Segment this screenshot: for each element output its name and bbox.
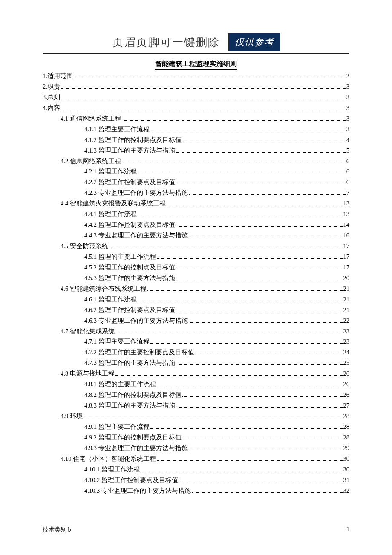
toc-entry[interactable]: 4.7.3 监理工作的主要方法与措施25	[43, 358, 349, 368]
toc-page-number: 21	[343, 294, 350, 305]
toc-leader-dots	[141, 471, 343, 471]
toc-label: 4.6.3 专业监理工作的主要方法与措施	[84, 315, 188, 326]
toc-entry[interactable]: 4.4 智能建筑火灾报警及联动系统工程13	[43, 198, 349, 209]
toc-label: 4.5.1 监理的主要工作流程	[84, 251, 156, 262]
toc-entry[interactable]: 4.7.2 监理工作的主要控制要点及目标值24	[43, 347, 349, 358]
toc-leader-dots	[109, 248, 343, 248]
toc-leader-dots	[157, 386, 343, 386]
toc-label: 4.4 智能建筑火灾报警及联动系统工程	[61, 198, 166, 209]
toc-leader-dots	[138, 173, 346, 173]
toc-entry[interactable]: 3.总则3	[43, 92, 349, 103]
toc-label: 4.内容	[43, 103, 60, 113]
toc-entry[interactable]: 4.10.3 专业监理工作的主要方法与措施32	[43, 486, 349, 496]
toc-leader-dots	[157, 258, 343, 259]
toc-entry[interactable]: 4.1.1 监理主要工作流程3	[43, 124, 349, 135]
toc-entry[interactable]: 4.1.3 监理工作的主要方法与措施5	[43, 145, 349, 156]
toc-label: 4.9.3 专业监理工作的主要方法与措施	[84, 443, 188, 454]
toc-label: 4.8 电源与接地工程	[61, 368, 115, 379]
toc-entry[interactable]: 4.7.1 监理主要工作流程23	[43, 336, 349, 347]
toc-label: 4.10.3 专业监理工作的主要方法与措施	[84, 486, 191, 496]
toc-label: 4.1.2 监理工作的控制要点及目标值	[84, 135, 182, 145]
toc-page-number: 27	[343, 400, 350, 411]
toc-leader-dots	[176, 407, 343, 408]
toc-leader-dots	[176, 226, 343, 227]
toc-page-number: 3	[346, 113, 349, 124]
toc-label: 4.5 安全防范系统	[61, 241, 108, 251]
toc-entry[interactable]: 4.1.2 监理工作的控制要点及目标值4	[43, 135, 349, 145]
toc-leader-dots	[182, 396, 343, 397]
toc-label: 4.6.1 监理工作流程	[84, 294, 137, 305]
toc-entry[interactable]: 4.2.2 监理工作控制要点及目标值6	[43, 177, 349, 188]
toc-entry[interactable]: 2.职责3	[43, 81, 349, 92]
toc-label: 2.职责	[43, 81, 60, 92]
toc-page-number: 4	[346, 135, 349, 145]
toc-entry[interactable]: 4.6.1 监理工作流程21	[43, 294, 349, 305]
toc-page-number: 21	[343, 283, 350, 294]
toc-page-number: 25	[343, 358, 350, 368]
toc-leader-dots	[189, 194, 346, 195]
toc-entry[interactable]: 4.4.2 监理工作控制要点及目标值14	[43, 220, 349, 230]
toc-entry[interactable]: 4.6.3 专业监理工作的主要方法与措施22	[43, 315, 349, 326]
toc-entry[interactable]: 4.8 电源与接地工程26	[43, 368, 349, 379]
toc-page-number: 28	[343, 422, 350, 432]
toc-entry[interactable]: 4.6.2 监理工作控制要点及目标值21	[43, 305, 349, 315]
toc-entry[interactable]: 4.2.1 监理工作流程6	[43, 166, 349, 177]
toc-leader-dots	[176, 280, 343, 280]
toc-page-number: 17	[343, 251, 350, 262]
toc-page-number: 3	[346, 124, 349, 135]
toc-entry[interactable]: 4.9 环境28	[43, 411, 349, 422]
toc-entry[interactable]: 4.10.2 监理工作控制要点及目标值31	[43, 475, 349, 486]
toc-entry[interactable]: 4.10.1 监理工作流程30	[43, 464, 349, 475]
toc-label: 4.1.1 监理主要工作流程	[84, 124, 150, 135]
document-title-wrap: 智能建筑工程监理实施细则	[43, 60, 349, 70]
toc-entry[interactable]: 4.2 信息网络系统工程6	[43, 156, 349, 167]
toc-label: 4.9.1 监理主要工作流程	[84, 422, 150, 432]
toc-label: 4.2.1 监理工作流程	[84, 166, 137, 177]
toc-leader-dots	[195, 354, 343, 354]
toc-page-number: 13	[343, 198, 350, 209]
toc-page-number: 6	[346, 156, 349, 167]
header-text: 页眉页脚可一键删除	[112, 35, 220, 50]
toc-entry[interactable]: 4.5 安全防范系统17	[43, 241, 349, 251]
toc-entry[interactable]: 1.适用范围2	[43, 71, 349, 81]
toc-entry[interactable]: 4.2.3 专业监理工作的主要方法与措施7	[43, 188, 349, 198]
toc-label: 4.4.3 专业监理工作的主要方法与措施	[84, 230, 188, 241]
toc-leader-dots	[138, 301, 343, 301]
toc-entry[interactable]: 4.4.1 监理工作流程13	[43, 209, 349, 220]
toc-leader-dots	[74, 78, 346, 78]
toc-entry[interactable]: 4.8.1 监理的主要工作流程26	[43, 379, 349, 390]
toc-entry[interactable]: 4.5.3 监理工作的主要方法与措施20	[43, 273, 349, 283]
page-footer: 技术类别 b 1	[43, 526, 349, 534]
toc-label: 4.7 智能化集成系统	[61, 326, 115, 337]
toc-page-number: 17	[343, 241, 350, 251]
toc-leader-dots	[61, 110, 346, 110]
toc-page-number: 3	[346, 92, 349, 103]
toc-page-number: 31	[343, 475, 350, 486]
toc-entry[interactable]: 4.9.3 专业监理工作的主要方法与措施29	[43, 443, 349, 454]
toc-entry[interactable]: 4.8.2 监理工作的控制要点及目标值26	[43, 390, 349, 400]
toc-leader-dots	[189, 322, 343, 323]
toc-entry[interactable]: 4.1 通信网络系统工程3	[43, 113, 349, 124]
toc-entry[interactable]: 4.4.3 专业监理工作的主要方法与措施16	[43, 230, 349, 241]
toc-leader-dots	[176, 269, 343, 269]
toc-leader-dots	[150, 131, 346, 131]
reference-badge: 仅供参考	[228, 33, 280, 51]
toc-entry[interactable]: 4.10 住宅（小区）智能化系统工程30	[43, 454, 349, 464]
toc-label: 4.5.3 监理工作的主要方法与措施	[84, 273, 175, 283]
toc-entry[interactable]: 4.5.2 监理工作的控制点及目标值17	[43, 262, 349, 273]
toc-label: 4.4.1 监理工作流程	[84, 209, 137, 220]
toc-entry[interactable]: 4.7 智能化集成系统23	[43, 326, 349, 337]
toc-entry[interactable]: 4.8.3 监理工作的主要方法与措施27	[43, 400, 349, 411]
toc-page-number: 20	[343, 273, 350, 283]
toc-entry[interactable]: 4.9.1 监理主要工作流程28	[43, 422, 349, 432]
toc-entry[interactable]: 4.9.2 监理工作的控制要点及目标值28	[43, 432, 349, 443]
toc-label: 4.8.3 监理工作的主要方法与措施	[84, 400, 175, 411]
table-of-contents: 1.适用范围22.职责33.总则34.内容34.1 通信网络系统工程34.1.1…	[43, 71, 349, 496]
toc-entry[interactable]: 4.内容3	[43, 103, 349, 113]
toc-page-number: 2	[346, 71, 349, 81]
toc-label: 4.7.1 监理主要工作流程	[84, 336, 150, 347]
toc-entry[interactable]: 4.5.1 监理的主要工作流程17	[43, 251, 349, 262]
toc-page-number: 17	[343, 262, 350, 273]
toc-entry[interactable]: 4.6 智能建筑综合布线系统工程21	[43, 283, 349, 294]
toc-leader-dots	[138, 216, 343, 216]
